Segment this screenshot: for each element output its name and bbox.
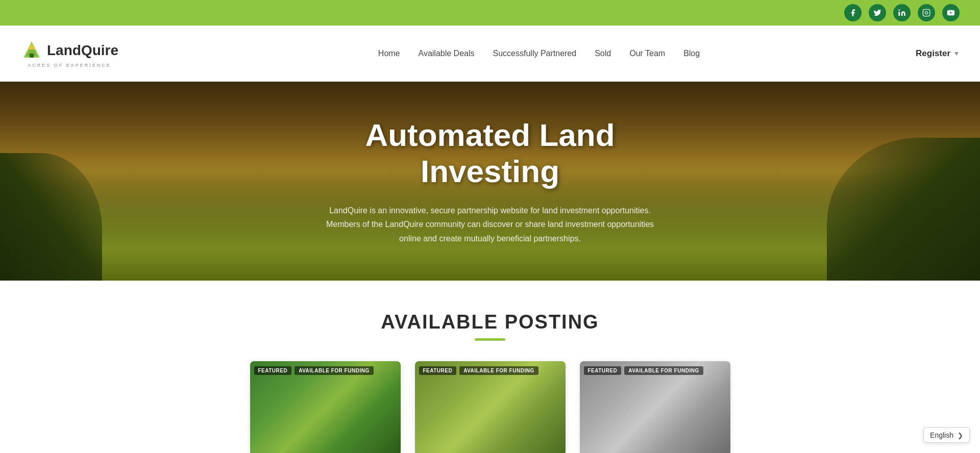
badge-featured-3: FEATURED [584, 366, 622, 375]
hero-subtitle: LandQuire is an innovative, secure partn… [322, 204, 658, 245]
badge-funding-1: AVAILABLE FOR FUNDING [295, 366, 373, 375]
badge-row-2: FEATURED AVAILABLE FOR FUNDING [419, 366, 538, 375]
listing-card-2[interactable]: FEATURED AVAILABLE FOR FUNDING [415, 361, 566, 453]
twitter-icon[interactable] [869, 4, 886, 21]
svg-rect-1 [923, 9, 929, 16]
instagram-icon[interactable] [918, 4, 935, 21]
card-image-1: FEATURED AVAILABLE FOR FUNDING [250, 361, 401, 453]
navbar: LandQuire ACRES OF EXPERIENCE Home Avail… [0, 26, 980, 82]
logo-text: LandQuire [20, 39, 118, 62]
linkedin-icon[interactable] [893, 4, 911, 21]
badge-featured-2: FEATURED [419, 366, 457, 375]
posting-title: AVAILABLE POSTING [41, 311, 939, 333]
nav-blog[interactable]: Blog [683, 49, 700, 58]
badge-row-1: FEATURED AVAILABLE FOR FUNDING [254, 366, 374, 375]
language-label: English [930, 431, 953, 439]
nav-sold[interactable]: Sold [595, 49, 611, 58]
hero-section: Automated Land Investing LandQuire is an… [0, 82, 980, 281]
listing-card-1[interactable]: FEATURED AVAILABLE FOR FUNDING [250, 361, 401, 453]
logo-icon [20, 39, 43, 62]
posting-underline [475, 338, 505, 341]
badge-featured-1: FEATURED [254, 366, 292, 375]
cards-row: FEATURED AVAILABLE FOR FUNDING FEATURED … [41, 361, 939, 453]
nav-available-deals[interactable]: Available Deals [419, 49, 475, 58]
facebook-icon[interactable] [844, 4, 862, 21]
top-bar [0, 0, 980, 26]
language-chevron: ❯ [958, 432, 963, 439]
nav-links: Home Available Deals Successfully Partne… [378, 49, 700, 58]
card-image-3: FEATURED AVAILABLE FOR FUNDING [580, 361, 730, 453]
register-chevron: ▼ [953, 50, 960, 57]
svg-rect-6 [30, 54, 34, 58]
nav-our-team[interactable]: Our Team [629, 49, 665, 58]
listing-card-3[interactable]: FEATURED AVAILABLE FOR FUNDING [580, 361, 730, 453]
card-image-2: FEATURED AVAILABLE FOR FUNDING [415, 361, 566, 453]
hero-content: Automated Land Investing LandQuire is an… [311, 117, 669, 245]
posting-section: AVAILABLE POSTING FEATURED AVAILABLE FOR… [0, 281, 980, 453]
badge-funding-2: AVAILABLE FOR FUNDING [459, 366, 538, 375]
badge-funding-3: AVAILABLE FOR FUNDING [624, 366, 703, 375]
badge-row-3: FEATURED AVAILABLE FOR FUNDING [584, 366, 703, 375]
logo-subtitle: ACRES OF EXPERIENCE [28, 63, 111, 68]
register-button[interactable]: Register ▼ [916, 48, 960, 59]
language-selector[interactable]: English ❯ [923, 427, 970, 443]
logo-area[interactable]: LandQuire ACRES OF EXPERIENCE [20, 39, 118, 68]
nav-successfully-partnered[interactable]: Successfully Partnered [493, 49, 577, 58]
youtube-icon[interactable] [942, 4, 960, 21]
hero-title: Automated Land Investing [322, 117, 658, 189]
nav-home[interactable]: Home [378, 49, 400, 58]
svg-point-0 [898, 9, 900, 11]
